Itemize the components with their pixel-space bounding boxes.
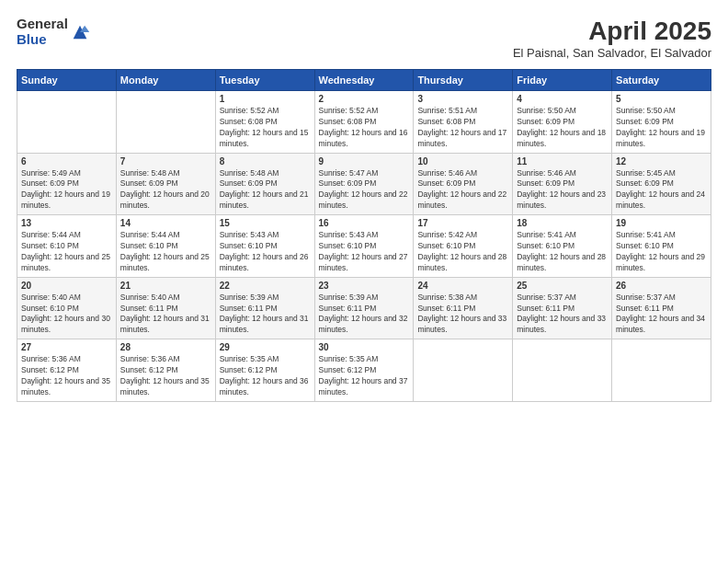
day-info: Sunrise: 5:52 AMSunset: 6:08 PMDaylight:… — [319, 106, 410, 150]
calendar-week-row: 13Sunrise: 5:44 AMSunset: 6:10 PMDayligh… — [17, 215, 711, 278]
day-info: Sunrise: 5:36 AMSunset: 6:12 PMDaylight:… — [21, 354, 112, 398]
day-number: 30 — [319, 342, 410, 352]
day-info: Sunrise: 5:51 AMSunset: 6:08 PMDaylight:… — [417, 106, 508, 150]
day-number: 3 — [417, 94, 508, 104]
table-row — [612, 339, 711, 402]
table-row — [17, 91, 117, 154]
calendar: Sunday Monday Tuesday Wednesday Thursday… — [17, 69, 711, 402]
page: General Blue April 2025 El Paisnal, San … — [0, 0, 728, 563]
day-number: 4 — [517, 94, 608, 104]
table-row — [513, 339, 612, 402]
table-row: 28Sunrise: 5:36 AMSunset: 6:12 PMDayligh… — [116, 339, 215, 402]
day-info: Sunrise: 5:35 AMSunset: 6:12 PMDaylight:… — [220, 354, 311, 398]
day-info: Sunrise: 5:50 AMSunset: 6:09 PMDaylight:… — [616, 106, 707, 150]
col-wednesday: Wednesday — [314, 70, 414, 91]
day-info: Sunrise: 5:42 AMSunset: 6:10 PMDaylight:… — [417, 230, 508, 274]
day-info: Sunrise: 5:37 AMSunset: 6:11 PMDaylight:… — [616, 293, 707, 337]
day-info: Sunrise: 5:36 AMSunset: 6:12 PMDaylight:… — [120, 354, 211, 398]
day-number: 6 — [21, 156, 112, 167]
table-row: 20Sunrise: 5:40 AMSunset: 6:10 PMDayligh… — [17, 277, 117, 339]
table-row: 2Sunrise: 5:52 AMSunset: 6:08 PMDaylight… — [314, 91, 414, 154]
day-info: Sunrise: 5:44 AMSunset: 6:10 PMDaylight:… — [120, 230, 211, 274]
day-number: 1 — [220, 94, 311, 104]
title-block: April 2025 El Paisnal, San Salvador, El … — [513, 17, 711, 60]
day-info: Sunrise: 5:39 AMSunset: 6:11 PMDaylight:… — [220, 293, 311, 337]
day-info: Sunrise: 5:47 AMSunset: 6:09 PMDaylight:… — [319, 168, 410, 213]
table-row: 16Sunrise: 5:43 AMSunset: 6:10 PMDayligh… — [314, 215, 414, 278]
day-info: Sunrise: 5:40 AMSunset: 6:10 PMDaylight:… — [21, 293, 112, 337]
table-row: 24Sunrise: 5:38 AMSunset: 6:11 PMDayligh… — [414, 277, 513, 339]
table-row: 19Sunrise: 5:41 AMSunset: 6:10 PMDayligh… — [612, 215, 711, 278]
table-row: 21Sunrise: 5:40 AMSunset: 6:11 PMDayligh… — [116, 277, 215, 339]
table-row — [414, 339, 513, 402]
day-info: Sunrise: 5:43 AMSunset: 6:10 PMDaylight:… — [319, 230, 410, 274]
day-number: 22 — [220, 281, 311, 291]
day-number: 29 — [220, 342, 311, 352]
table-row: 29Sunrise: 5:35 AMSunset: 6:12 PMDayligh… — [215, 339, 314, 402]
day-number: 7 — [120, 156, 211, 167]
logo-general: General — [17, 17, 68, 32]
calendar-week-row: 20Sunrise: 5:40 AMSunset: 6:10 PMDayligh… — [17, 277, 711, 339]
month-year: April 2025 — [513, 17, 711, 46]
day-number: 10 — [417, 156, 508, 167]
table-row: 1Sunrise: 5:52 AMSunset: 6:08 PMDaylight… — [215, 91, 314, 154]
day-info: Sunrise: 5:44 AMSunset: 6:10 PMDaylight:… — [21, 230, 112, 274]
col-friday: Friday — [513, 70, 612, 91]
table-row: 18Sunrise: 5:41 AMSunset: 6:10 PMDayligh… — [513, 215, 612, 278]
table-row: 30Sunrise: 5:35 AMSunset: 6:12 PMDayligh… — [314, 339, 414, 402]
day-number: 12 — [616, 156, 707, 167]
day-info: Sunrise: 5:37 AMSunset: 6:11 PMDaylight:… — [517, 293, 608, 337]
day-number: 24 — [417, 281, 508, 291]
table-row: 11Sunrise: 5:46 AMSunset: 6:09 PMDayligh… — [513, 153, 612, 215]
table-row: 13Sunrise: 5:44 AMSunset: 6:10 PMDayligh… — [17, 215, 117, 278]
table-row: 22Sunrise: 5:39 AMSunset: 6:11 PMDayligh… — [215, 277, 314, 339]
calendar-week-row: 27Sunrise: 5:36 AMSunset: 6:12 PMDayligh… — [17, 339, 711, 402]
day-info: Sunrise: 5:48 AMSunset: 6:09 PMDaylight:… — [220, 168, 311, 213]
day-info: Sunrise: 5:46 AMSunset: 6:09 PMDaylight:… — [417, 168, 508, 213]
day-number: 25 — [517, 281, 608, 291]
day-number: 16 — [319, 218, 410, 228]
day-info: Sunrise: 5:43 AMSunset: 6:10 PMDaylight:… — [220, 230, 311, 274]
day-info: Sunrise: 5:41 AMSunset: 6:10 PMDaylight:… — [616, 230, 707, 274]
day-number: 15 — [220, 218, 311, 228]
col-saturday: Saturday — [612, 70, 711, 91]
day-info: Sunrise: 5:48 AMSunset: 6:09 PMDaylight:… — [120, 168, 211, 213]
day-info: Sunrise: 5:45 AMSunset: 6:09 PMDaylight:… — [616, 168, 707, 213]
logo-icon — [70, 22, 90, 42]
logo-text: General Blue — [17, 17, 68, 47]
day-number: 28 — [120, 342, 211, 352]
day-number: 14 — [120, 218, 211, 228]
table-row: 12Sunrise: 5:45 AMSunset: 6:09 PMDayligh… — [612, 153, 711, 215]
day-number: 11 — [517, 156, 608, 167]
day-info: Sunrise: 5:39 AMSunset: 6:11 PMDaylight:… — [319, 293, 410, 337]
day-info: Sunrise: 5:50 AMSunset: 6:09 PMDaylight:… — [517, 106, 608, 150]
day-number: 21 — [120, 281, 211, 291]
day-number: 2 — [319, 94, 410, 104]
table-row: 5Sunrise: 5:50 AMSunset: 6:09 PMDaylight… — [612, 91, 711, 154]
table-row: 27Sunrise: 5:36 AMSunset: 6:12 PMDayligh… — [17, 339, 117, 402]
day-number: 5 — [616, 94, 707, 104]
day-number: 8 — [220, 156, 311, 167]
day-info: Sunrise: 5:35 AMSunset: 6:12 PMDaylight:… — [319, 354, 410, 398]
day-info: Sunrise: 5:40 AMSunset: 6:11 PMDaylight:… — [120, 293, 211, 337]
logo-blue: Blue — [17, 32, 68, 48]
table-row: 15Sunrise: 5:43 AMSunset: 6:10 PMDayligh… — [215, 215, 314, 278]
day-number: 19 — [616, 218, 707, 228]
table-row: 8Sunrise: 5:48 AMSunset: 6:09 PMDaylight… — [215, 153, 314, 215]
table-row — [116, 91, 215, 154]
day-number: 20 — [21, 281, 112, 291]
table-row: 17Sunrise: 5:42 AMSunset: 6:10 PMDayligh… — [414, 215, 513, 278]
table-row: 23Sunrise: 5:39 AMSunset: 6:11 PMDayligh… — [314, 277, 414, 339]
calendar-week-row: 6Sunrise: 5:49 AMSunset: 6:09 PMDaylight… — [17, 153, 711, 215]
col-sunday: Sunday — [17, 70, 117, 91]
day-number: 17 — [417, 218, 508, 228]
logo: General Blue — [17, 17, 90, 47]
col-thursday: Thursday — [414, 70, 513, 91]
table-row: 9Sunrise: 5:47 AMSunset: 6:09 PMDaylight… — [314, 153, 414, 215]
table-row: 3Sunrise: 5:51 AMSunset: 6:08 PMDaylight… — [414, 91, 513, 154]
day-info: Sunrise: 5:41 AMSunset: 6:10 PMDaylight:… — [517, 230, 608, 274]
day-info: Sunrise: 5:49 AMSunset: 6:09 PMDaylight:… — [21, 168, 112, 213]
day-number: 23 — [319, 281, 410, 291]
table-row: 14Sunrise: 5:44 AMSunset: 6:10 PMDayligh… — [116, 215, 215, 278]
table-row: 25Sunrise: 5:37 AMSunset: 6:11 PMDayligh… — [513, 277, 612, 339]
